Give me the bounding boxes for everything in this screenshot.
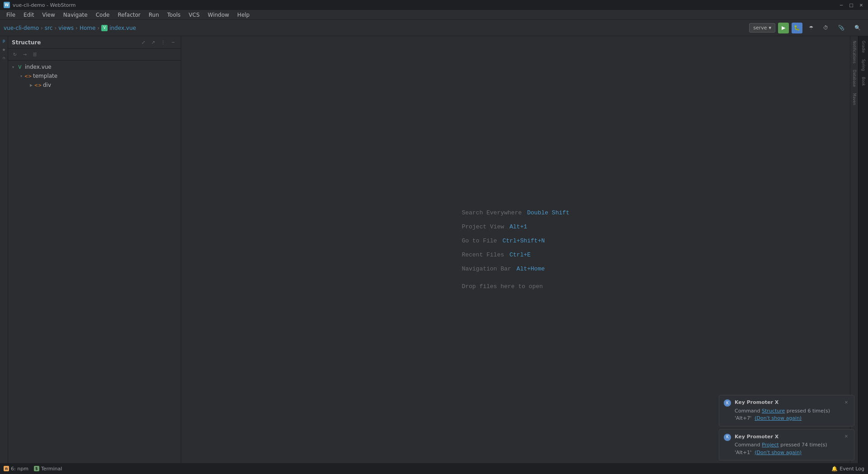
menu-help[interactable]: Help [234, 11, 253, 19]
hint-shortcut-nav: Alt+Home [517, 265, 545, 272]
menu-vcs[interactable]: VCS [185, 11, 203, 19]
hint-search-everywhere: Search Everywhere Double Shift [462, 209, 569, 216]
structure-tree: ▾ V index.vue ▾ <> template ▶ <> div [8, 61, 181, 463]
npm-tab-icon[interactable]: n [0, 54, 8, 62]
breadcrumb-src[interactable]: src [45, 25, 53, 31]
hint-project-view: Project View Alt+1 [462, 223, 527, 230]
hint-shortcut-search: Double Shift [527, 209, 570, 216]
notif-link-project[interactable]: Project [762, 442, 779, 448]
breadcrumb-file[interactable]: index.vue [109, 25, 136, 31]
menu-run[interactable]: Run [145, 11, 163, 19]
toolbar-right: serve ▾ ▶ 🐛 ☂ ⏱ 📎 🔍 [749, 23, 864, 33]
serve-button[interactable]: serve ▾ [749, 23, 775, 33]
structure-refresh-btn[interactable]: ↻ [11, 51, 19, 59]
breadcrumb-project[interactable]: vue-cli-demo [4, 25, 39, 31]
vue-file-icon: V [101, 25, 108, 31]
project-tab-icon[interactable]: P [0, 38, 8, 45]
notif-dont-show-1[interactable]: (Don't show again) [755, 415, 802, 421]
html-tag-icon-div: <> [34, 81, 42, 89]
breadcrumb-views[interactable]: views [58, 25, 74, 31]
notif-link-structure[interactable]: Structure [762, 408, 785, 414]
far-right-book[interactable]: Book [860, 74, 866, 89]
notif-icon-1: K [724, 399, 731, 407]
tree-label-template: template [33, 73, 57, 79]
structure-sort-btn[interactable]: ☰ [31, 51, 39, 59]
status-bar: n 6: npm $ Terminal 🔔 Event Log [0, 463, 868, 474]
tree-label-div: div [43, 82, 51, 88]
serve-label: serve [753, 25, 767, 31]
notif-text-2: Command Project pressed 74 time(s) [735, 441, 840, 449]
notif-text-1: Command Structure pressed 6 time(s) [735, 408, 840, 415]
breadcrumb-sep3: › [75, 25, 78, 31]
html-tag-icon-template: <> [24, 72, 32, 80]
tree-label-index-vue: index.vue [25, 64, 52, 70]
tree-item-div[interactable]: ▶ <> div [8, 81, 181, 90]
hint-shortcut-project: Alt+1 [509, 223, 527, 230]
far-right-spring[interactable]: Spring [860, 57, 866, 74]
structure-menu-btn[interactable]: ⋮ [159, 38, 167, 47]
status-event-log[interactable]: 🔔 Event Log [831, 466, 864, 472]
coverage-button[interactable]: ☂ [805, 24, 817, 32]
tree-arrow-index-vue: ▾ [10, 65, 16, 69]
notif-shortcut-1: 'Alt+7' (Don't show again) [735, 415, 840, 422]
terminal-icon: $ [34, 466, 39, 471]
menu-file[interactable]: File [3, 11, 19, 19]
menu-window[interactable]: Window [204, 11, 233, 19]
hint-label-nav: Navigation Bar [462, 265, 511, 272]
structure-toolbar: ↻ → ☰ [8, 49, 181, 61]
notif-body-2: Key Promoter X Command Project pressed 7… [735, 433, 840, 457]
structure-title: Structure [12, 39, 41, 46]
close-button[interactable]: ✕ [858, 2, 864, 8]
debug-button[interactable]: 🐛 [792, 23, 802, 33]
toolbar: vue-cli-demo › src › views › Home › V in… [0, 20, 868, 36]
right-tab-maven[interactable]: Maven [851, 90, 857, 108]
far-right-panel: Gradle Spring Book [858, 36, 868, 463]
structure-panel: Structure ⤢ ↗ ⋮ ─ ↻ → ☰ ▾ V index.vue ▾ … [8, 36, 181, 463]
menu-edit[interactable]: Edit [20, 11, 38, 19]
tree-arrow-template: ▾ [18, 74, 24, 78]
breadcrumb: vue-cli-demo › src › views › Home › V in… [4, 25, 136, 31]
notif-dismiss-1[interactable]: ✕ [843, 399, 849, 405]
hint-label-project: Project View [462, 223, 504, 230]
status-npm-label: 6: npm [11, 466, 28, 472]
menu-bar: File Edit View Navigate Code Refactor Ru… [0, 10, 868, 20]
structure-external-btn[interactable]: ↗ [149, 38, 157, 47]
breadcrumb-home[interactable]: Home [80, 25, 95, 31]
structure-minimize-btn[interactable]: ─ [169, 38, 177, 47]
structure-expand-btn[interactable]: ⤢ [139, 38, 147, 47]
run-button[interactable]: ▶ [778, 23, 789, 33]
status-npm[interactable]: n 6: npm [4, 466, 28, 472]
menu-code[interactable]: Code [92, 11, 113, 19]
hint-label-recent: Recent Files [462, 251, 504, 258]
right-tab-promoter[interactable]: Notifications [851, 38, 857, 66]
empty-editor: Search Everywhere Double Shift Project V… [462, 209, 569, 290]
left-vertical-tabs: P ★ n [0, 36, 8, 463]
tree-item-template[interactable]: ▾ <> template [8, 71, 181, 81]
minimize-button[interactable]: ─ [838, 2, 844, 8]
maximize-button[interactable]: □ [848, 2, 854, 8]
attach-button[interactable]: 📎 [835, 24, 848, 32]
npm-icon: n [4, 466, 9, 471]
menu-tools[interactable]: Tools [164, 11, 184, 19]
title-bar: W vue-cli-demo - WebStorm ─ □ ✕ [0, 0, 868, 10]
title-text: vue-cli-demo - WebStorm [13, 2, 76, 8]
hint-recent-files: Recent Files Ctrl+E [462, 251, 530, 258]
tree-item-index-vue[interactable]: ▾ V index.vue [8, 62, 181, 71]
notif-dont-show-2[interactable]: (Don't show again) [755, 450, 802, 455]
structure-header: Structure ⤢ ↗ ⋮ ─ [8, 36, 181, 49]
notif-dismiss-2[interactable]: ✕ [843, 433, 849, 440]
far-right-gradle[interactable]: Gradle [860, 38, 866, 56]
status-terminal[interactable]: $ Terminal [34, 466, 62, 472]
vue-icon: V [16, 63, 24, 71]
status-right: 🔔 Event Log [831, 466, 864, 472]
favorites-tab-icon[interactable]: ★ [0, 46, 8, 53]
title-left: W vue-cli-demo - WebStorm [4, 2, 76, 8]
menu-view[interactable]: View [38, 11, 58, 19]
search-everywhere-btn[interactable]: 🔍 [851, 24, 864, 32]
profile-button[interactable]: ⏱ [820, 24, 832, 32]
menu-navigate[interactable]: Navigate [60, 11, 91, 19]
right-tab-database[interactable]: Database [851, 67, 857, 90]
menu-refactor[interactable]: Refactor [114, 11, 144, 19]
hint-shortcut-gofile: Ctrl+Shift+N [502, 237, 545, 244]
structure-navigate-btn[interactable]: → [21, 51, 29, 59]
